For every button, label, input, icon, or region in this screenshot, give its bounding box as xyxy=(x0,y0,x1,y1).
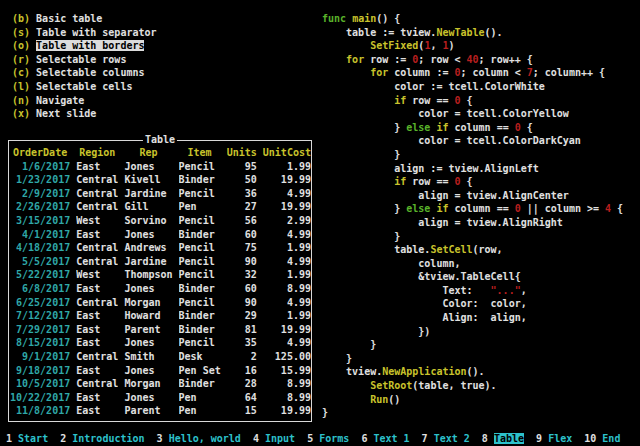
table-cell: Jones xyxy=(124,228,172,242)
table-cell: 2.99 xyxy=(263,214,311,228)
table-row: 8/15/2017 East Jones Pencil 35 4.99 xyxy=(10,336,311,350)
menu-item-label: Selectable columns xyxy=(36,67,144,78)
code-segment: } xyxy=(322,339,376,350)
table-cell: 8.99 xyxy=(263,282,311,296)
menu-item[interactable]: (b) Basic table xyxy=(12,12,157,26)
table-cell: 36 xyxy=(227,187,257,201)
code-line: } xyxy=(322,148,623,162)
table-cell: Pen Set xyxy=(179,364,221,378)
statusbar-tab[interactable]: 4 Input xyxy=(253,433,295,444)
table-cell: 19.99 xyxy=(263,173,311,187)
table-cell: Central xyxy=(76,200,118,214)
statusbar-tab[interactable]: 5 Forms xyxy=(307,433,349,444)
table-cell: 7/29/2017 xyxy=(10,323,70,337)
table-header-cell: UnitCost xyxy=(263,146,311,160)
code-line: &tview.TableCell{ xyxy=(322,270,623,284)
statusbar-tab-number: 5 xyxy=(307,433,313,444)
code-pane: func main() { table := tview.NewTable().… xyxy=(322,12,623,420)
statusbar-tab-number: 10 xyxy=(584,433,596,444)
table-cell: East xyxy=(76,323,118,337)
table-header-cell: Region xyxy=(76,146,118,160)
code-segment: color = tcell.ColorYellow xyxy=(322,108,569,119)
table-cell: 90 xyxy=(227,255,257,269)
menu-item[interactable]: (c) Selectable columns xyxy=(12,66,157,80)
menu-item-label: Navigate xyxy=(36,95,84,106)
table-cell: 4.99 xyxy=(263,296,311,310)
table-cell: 1.99 xyxy=(263,268,311,282)
statusbar-tab-label: Table xyxy=(494,433,524,444)
menu-item[interactable]: (n) Navigate xyxy=(12,94,157,108)
table-cell: Pencil xyxy=(179,160,221,174)
table-cell: East xyxy=(76,336,118,350)
statusbar: 1 Start 2 Introduction 3 Hello, world 4 … xyxy=(6,432,620,446)
menu-item-label: Table with borders xyxy=(36,40,144,51)
menu-item[interactable]: (x) Next slide xyxy=(12,107,157,121)
table-cell: Binder xyxy=(179,377,221,391)
code-segment: column == xyxy=(448,203,514,214)
code-segment: if xyxy=(394,176,406,187)
table-cell: 5/22/2017 xyxy=(10,268,70,282)
menu-item-label: Basic table xyxy=(36,13,102,24)
menu-item[interactable]: (r) Selectable rows xyxy=(12,53,157,67)
code-segment: row == xyxy=(406,95,454,106)
table-cell: Parent xyxy=(124,404,172,418)
table-cell: Pencil xyxy=(179,241,221,255)
table-row: 2/9/2017 Central Jardine Pencil 36 4.99 xyxy=(10,187,311,201)
statusbar-tab[interactable]: 7 Text 2 xyxy=(422,433,470,444)
table-cell: 50 xyxy=(227,173,257,187)
table-cell: 95 xyxy=(227,160,257,174)
table-row: 7/29/2017 East Parent Binder 81 19.99 xyxy=(10,323,311,337)
table-cell: East xyxy=(76,309,118,323)
statusbar-tab[interactable]: 2 Introduction xyxy=(60,433,144,444)
table-cell: Jones xyxy=(124,336,172,350)
menu-item[interactable]: (l) Selectable cells xyxy=(12,80,157,94)
table-cell: West xyxy=(76,214,118,228)
statusbar-tab[interactable]: 10 End xyxy=(584,433,620,444)
table-cell: 1.99 xyxy=(263,241,311,255)
table-cell: 75 xyxy=(227,241,257,255)
menu-shortcut-key: (r) xyxy=(12,54,30,65)
code-segment: { xyxy=(611,203,623,214)
code-segment: () { xyxy=(376,13,400,24)
table-cell: Pen xyxy=(179,391,221,405)
statusbar-tab[interactable]: 9 Flex xyxy=(536,433,572,444)
code-segment: } xyxy=(322,203,406,214)
code-segment: row := xyxy=(364,54,412,65)
statusbar-tab[interactable]: 3 Hello, world xyxy=(157,433,241,444)
code-line: Align: align, xyxy=(322,311,623,325)
table-row: 4/18/2017 Central Andrews Pencil 75 1.99 xyxy=(10,241,311,255)
table-cell: East xyxy=(76,364,118,378)
table-cell: 5/5/2017 xyxy=(10,255,70,269)
table-cell: Binder xyxy=(179,282,221,296)
statusbar-tab[interactable]: 6 Text 1 xyxy=(361,433,409,444)
table-row: 5/5/2017 Central Jardine Pencil 90 4.99 xyxy=(10,255,311,269)
table-row: 6/25/2017 Central Morgan Pencil 90 4.99 xyxy=(10,296,311,310)
table-cell: Pen xyxy=(179,200,221,214)
statusbar-tab[interactable]: 8 Table xyxy=(482,433,524,444)
table-cell: 4.99 xyxy=(263,255,311,269)
table-cell: 29 xyxy=(227,309,257,323)
statusbar-tab[interactable]: 1 Start xyxy=(6,433,48,444)
table-row: 1/6/2017 East Jones Pencil 95 1.99 xyxy=(10,160,311,174)
code-line: for column := 0; column < 7; column++ { xyxy=(322,66,623,80)
table-cell: Sorvino xyxy=(124,214,172,228)
code-line: } else if column == 0 { xyxy=(322,121,623,135)
table-cell: 11/8/2017 xyxy=(10,404,70,418)
table-cell: 9/1/2017 xyxy=(10,350,70,364)
statusbar-tab-number: 2 xyxy=(60,433,66,444)
code-segment: table. xyxy=(322,244,430,255)
statusbar-tab-number: 3 xyxy=(157,433,163,444)
code-segment: &tview.TableCell{ xyxy=(322,271,521,282)
table-cell: 8.99 xyxy=(263,377,311,391)
code-segment: { xyxy=(461,95,473,106)
table-cell: Morgan xyxy=(124,296,172,310)
menu-item-label: Next slide xyxy=(36,108,96,119)
code-segment: ; row < xyxy=(418,54,466,65)
menu-item[interactable]: (o) Table with borders xyxy=(12,39,157,53)
menu-item[interactable]: (s) Table with separator xyxy=(12,26,157,40)
statusbar-tab-label: Forms xyxy=(319,433,349,444)
code-segment: 40 xyxy=(467,54,479,65)
code-segment: ; column < xyxy=(461,67,527,78)
code-segment: , xyxy=(430,40,442,51)
table-cell: Jones xyxy=(124,160,172,174)
